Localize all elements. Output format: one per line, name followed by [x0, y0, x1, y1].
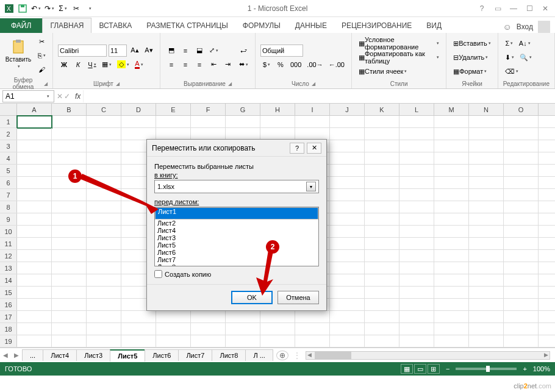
italic-button[interactable]: К — [72, 59, 84, 71]
cell[interactable] — [156, 311, 191, 323]
tab-nav-prev[interactable]: ◀ — [0, 352, 11, 358]
col-header[interactable]: A — [17, 104, 52, 115]
cell[interactable] — [52, 152, 87, 164]
view-normal-button[interactable]: ▦ — [401, 364, 413, 374]
cell[interactable] — [399, 335, 434, 347]
cell[interactable] — [121, 116, 156, 127]
row-header[interactable]: 12 — [0, 250, 17, 262]
col-header[interactable]: C — [87, 104, 121, 115]
cell[interactable] — [434, 287, 469, 298]
col-header[interactable]: E — [156, 104, 191, 115]
cancel-formula-icon[interactable]: ✕ — [57, 92, 63, 101]
cell[interactable] — [121, 311, 156, 323]
cell[interactable] — [17, 177, 52, 188]
cell[interactable] — [260, 311, 295, 323]
cell[interactable] — [434, 213, 469, 225]
cell[interactable] — [52, 226, 87, 237]
fill-color-button[interactable]: ◇▾ — [115, 59, 131, 71]
cell[interactable] — [330, 262, 365, 274]
tab-data[interactable]: ДАННЫЕ — [288, 18, 334, 33]
font-name-select[interactable] — [58, 45, 107, 57]
cell[interactable] — [365, 189, 399, 201]
col-header[interactable]: B — [52, 104, 87, 115]
cell[interactable] — [17, 201, 52, 213]
cell[interactable] — [469, 177, 504, 188]
cell[interactable] — [156, 335, 191, 347]
cell[interactable] — [365, 262, 399, 274]
cell[interactable] — [469, 213, 504, 225]
cell[interactable] — [504, 274, 539, 286]
cell[interactable] — [121, 128, 156, 140]
cell[interactable] — [469, 201, 504, 213]
tab-file[interactable]: ФАЙЛ — [0, 18, 42, 33]
delete-cells-button[interactable]: ⊟ Удалить▾ — [451, 51, 493, 63]
create-copy-checkbox[interactable]: Создать копию — [154, 270, 319, 278]
cell[interactable] — [399, 226, 434, 237]
cell[interactable] — [260, 335, 295, 347]
cell[interactable] — [469, 250, 504, 262]
cell[interactable] — [17, 299, 52, 310]
col-header[interactable]: F — [191, 104, 226, 115]
cell[interactable] — [87, 335, 121, 347]
cell[interactable] — [434, 128, 469, 140]
col-header[interactable]: N — [469, 104, 504, 115]
cell[interactable] — [504, 201, 539, 213]
cut-icon[interactable]: ✂ — [71, 3, 82, 14]
cell[interactable] — [365, 152, 399, 164]
cell[interactable] — [469, 287, 504, 298]
autosum-button[interactable]: Σ▾ — [503, 37, 515, 49]
cell[interactable] — [330, 287, 365, 298]
sheet-tab[interactable]: Лист7 — [178, 349, 212, 361]
cell[interactable] — [330, 226, 365, 237]
cell[interactable] — [330, 274, 365, 286]
cell[interactable] — [87, 238, 121, 249]
cell[interactable] — [399, 201, 434, 213]
cell[interactable] — [330, 177, 365, 188]
cell[interactable] — [191, 128, 226, 140]
cell[interactable] — [399, 140, 434, 152]
cell[interactable] — [434, 140, 469, 152]
sheet-tab[interactable]: Лист8 — [212, 349, 246, 361]
orientation-button[interactable]: ⤢▾ — [207, 45, 220, 57]
cell[interactable] — [469, 323, 504, 335]
cell[interactable] — [17, 189, 52, 201]
close-icon[interactable]: ✕ — [538, 2, 553, 15]
indent-increase-button[interactable]: ⇥ — [221, 59, 234, 71]
fx-icon[interactable]: fx — [73, 92, 83, 101]
cell[interactable] — [330, 116, 365, 127]
cell[interactable] — [399, 262, 434, 274]
enter-formula-icon[interactable]: ✓ — [64, 92, 70, 101]
cell[interactable] — [52, 299, 87, 310]
cell[interactable] — [226, 335, 260, 347]
cell[interactable] — [434, 189, 469, 201]
row-header[interactable]: 9 — [0, 213, 17, 225]
cell[interactable] — [399, 238, 434, 249]
cell[interactable] — [87, 128, 121, 140]
cell[interactable] — [365, 213, 399, 225]
row-header[interactable]: 1 — [0, 116, 17, 127]
cell[interactable] — [87, 274, 121, 286]
cell[interactable] — [87, 299, 121, 310]
number-format-select[interactable] — [260, 45, 303, 57]
cell[interactable] — [469, 116, 504, 127]
zoom-slider[interactable] — [456, 368, 517, 370]
row-header[interactable]: 13 — [0, 262, 17, 274]
row-header[interactable]: 14 — [0, 274, 17, 286]
format-painter-button[interactable]: 🖌 — [35, 63, 48, 76]
cell[interactable] — [365, 140, 399, 152]
cell[interactable] — [469, 128, 504, 140]
cell[interactable] — [399, 177, 434, 188]
redo-icon[interactable]: ↷▾ — [44, 3, 55, 14]
cell[interactable] — [52, 323, 87, 335]
cell[interactable] — [191, 335, 226, 347]
cell[interactable] — [87, 262, 121, 274]
cell[interactable] — [399, 274, 434, 286]
cell[interactable] — [434, 238, 469, 249]
list-item[interactable]: Лист6 — [155, 249, 318, 256]
qat-dropdown-icon[interactable]: ▾ — [84, 3, 95, 14]
increase-font-button[interactable]: A▴ — [129, 45, 141, 57]
cell[interactable] — [191, 323, 226, 335]
cell[interactable] — [434, 335, 469, 347]
col-header[interactable]: I — [295, 104, 330, 115]
cell[interactable] — [17, 152, 52, 164]
